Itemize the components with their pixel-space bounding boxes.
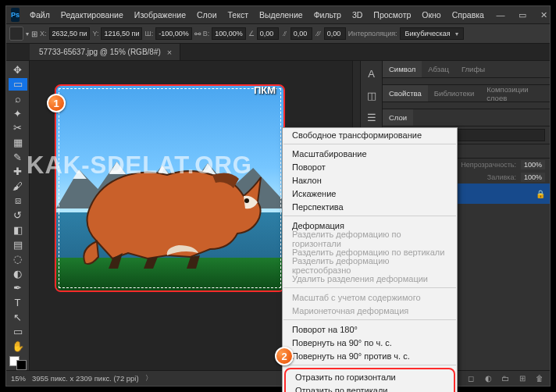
- ctx-rotate[interactable]: Поворот: [283, 160, 457, 173]
- tab-glyphs[interactable]: Глифы: [455, 61, 491, 77]
- ctx-flip-vertical[interactable]: Отразить по вертикали: [286, 383, 454, 392]
- opacity-value[interactable]: 100%: [521, 160, 545, 169]
- context-menu: Свободное трансформирование Масштабирова…: [282, 127, 458, 392]
- tab-properties[interactable]: Свойства: [383, 85, 428, 102]
- stamp-tool[interactable]: ⧇: [9, 194, 27, 208]
- zoom-level[interactable]: 15%: [11, 374, 26, 383]
- h-label: В:: [203, 30, 210, 37]
- ctx-flip-highlight: Отразить по горизонтали Отразить по верт…: [284, 368, 455, 392]
- dodge-tool[interactable]: ◐: [9, 267, 27, 280]
- ctx-flip-horizontal[interactable]: Отразить по горизонтали: [286, 370, 454, 383]
- angle-field[interactable]: 0,00: [257, 27, 279, 40]
- link-icon[interactable]: ⚯: [194, 30, 201, 38]
- chevron-down-icon: ▾: [26, 30, 29, 37]
- status-newlayer-icon[interactable]: ⊞: [517, 374, 528, 383]
- x-field[interactable]: 2632,50 пи: [49, 27, 91, 40]
- status-trash-icon[interactable]: 🗑: [534, 374, 545, 383]
- menu-window[interactable]: Окно: [416, 10, 446, 20]
- ctx-perspective[interactable]: Перспектива: [283, 200, 457, 213]
- tab-layercomps[interactable]: Композиции слоев: [480, 85, 550, 102]
- crop-tool[interactable]: ✂: [9, 122, 27, 135]
- type-tool[interactable]: T: [9, 296, 27, 309]
- tab-layers[interactable]: Слои: [383, 109, 413, 126]
- menu-view[interactable]: Просмотр: [368, 10, 416, 20]
- skew-v-field[interactable]: 0,00: [324, 27, 346, 40]
- menu-edit[interactable]: Редактирование: [55, 10, 129, 20]
- tools-panel: ✥ ▭ ⌕ ✦ ✂ ▦ ✎ ✚ 🖌 ⧇ ↺ ◧ ▤ ◌ ◐ ✒ T ↖ ▭ ✋: [6, 61, 30, 370]
- panel-tabs-3: Слои: [383, 109, 550, 127]
- angle-label: ∠: [248, 30, 255, 37]
- document-tab[interactable]: 57733-65637.jpg @ 15% (RGB/8#) ×: [30, 44, 180, 60]
- hand-tool[interactable]: ✋: [9, 340, 27, 353]
- fill-value[interactable]: 100%: [521, 173, 545, 182]
- menu-filter[interactable]: Фильтр: [308, 10, 347, 20]
- menu-image[interactable]: Изображение: [129, 10, 191, 20]
- interp-dropdown[interactable]: Бикубическая▾: [400, 27, 464, 40]
- eyedropper-tool[interactable]: ✎: [9, 151, 27, 164]
- tool-preset-icon[interactable]: [9, 27, 23, 41]
- status-adjust-icon[interactable]: ◐: [483, 374, 494, 383]
- maximize-button[interactable]: ▭: [511, 6, 533, 23]
- menu-help[interactable]: Справка: [447, 10, 490, 20]
- app-logo: Ps: [11, 8, 20, 22]
- tab-libraries[interactable]: Библиотеки: [428, 85, 480, 102]
- ctx-skew[interactable]: Наклон: [283, 173, 457, 187]
- heal-tool[interactable]: ✚: [9, 165, 27, 178]
- character-icon[interactable]: A: [364, 66, 380, 81]
- y-field[interactable]: 1216,50 пи: [101, 27, 142, 40]
- lasso-tool[interactable]: ⌕: [9, 92, 27, 105]
- wand-tool[interactable]: ✦: [9, 107, 27, 120]
- ctx-rotate-180[interactable]: Поворот на 180°: [283, 323, 457, 336]
- ctx-content-aware: Масштаб с учетом содержимого: [283, 290, 457, 304]
- ctx-split-cross: Разделить деформацию крестообразно: [283, 258, 457, 272]
- menu-layers[interactable]: Слои: [191, 10, 223, 20]
- eraser-tool[interactable]: ◧: [9, 223, 27, 237]
- swatches-icon[interactable]: ◫: [364, 87, 380, 103]
- reference-point-icon[interactable]: ⊞: [31, 30, 37, 38]
- h-field[interactable]: 100,00%: [212, 27, 246, 40]
- blur-tool[interactable]: ◌: [9, 252, 27, 265]
- skew-h-field[interactable]: 0,00: [290, 27, 312, 40]
- y-label: Y:: [92, 30, 98, 37]
- ctx-split-h: Разделить деформацию по горизонтали: [283, 232, 457, 245]
- ctx-rotate-90-cw[interactable]: Повернуть на 90° по ч. с.: [283, 336, 457, 349]
- annotation-marker-2: 2: [275, 347, 294, 365]
- doc-info[interactable]: 3955 пикс. x 2309 пикс. (72 ppi): [32, 374, 139, 383]
- path-tool[interactable]: ↖: [9, 311, 27, 324]
- brush-tool[interactable]: 🖌: [9, 180, 27, 193]
- menu-text[interactable]: Текст: [223, 10, 254, 20]
- pen-tool[interactable]: ✒: [9, 282, 27, 295]
- menu-3d[interactable]: 3D: [347, 10, 368, 20]
- skew-h-icon: ⫽: [281, 30, 288, 37]
- menu-bar: Ps Файл Редактирование Изображение Слои …: [6, 6, 550, 23]
- gradient-tool[interactable]: ▤: [9, 238, 27, 251]
- frame-tool[interactable]: ▦: [9, 136, 27, 149]
- properties-icon[interactable]: ☰: [364, 109, 380, 125]
- svg-point-5: [244, 198, 249, 203]
- lock-icon: 🔒: [536, 190, 545, 198]
- ctx-free-transform[interactable]: Свободное трансформирование: [283, 128, 457, 141]
- marquee-tool[interactable]: ▭: [9, 78, 27, 91]
- color-swatches[interactable]: [9, 356, 27, 370]
- status-folder-icon[interactable]: 🗀: [500, 374, 511, 383]
- tab-character[interactable]: Символ: [383, 61, 422, 77]
- menu-file[interactable]: Файл: [24, 10, 55, 20]
- minimize-button[interactable]: ―: [490, 6, 511, 23]
- skew-v-icon: ⫻: [315, 30, 322, 37]
- move-tool[interactable]: ✥: [9, 63, 27, 77]
- shape-tool[interactable]: ▭: [9, 326, 27, 339]
- ctx-distort[interactable]: Искажение: [283, 187, 457, 200]
- w-field[interactable]: -100,00%: [155, 27, 192, 40]
- workspace: ✥ ▭ ⌕ ✦ ✂ ▦ ✎ ✚ 🖌 ⧇ ↺ ◧ ▤ ◌ ◐ ✒ T ↖ ▭ ✋: [6, 61, 550, 370]
- ctx-scale[interactable]: Масштабирование: [283, 147, 457, 160]
- close-tab-icon[interactable]: ×: [167, 48, 172, 57]
- document-canvas[interactable]: [55, 84, 285, 292]
- tab-paragraph[interactable]: Абзац: [422, 61, 455, 77]
- ctx-rotate-90-ccw[interactable]: Повернуть на 90° против ч. с.: [283, 349, 457, 362]
- tab-title: 57733-65637.jpg @ 15% (RGB/8#): [39, 48, 161, 56]
- menu-select[interactable]: Выделение: [254, 10, 308, 20]
- status-mask-icon[interactable]: ◻: [465, 374, 476, 383]
- close-button[interactable]: ✕: [533, 6, 555, 23]
- history-brush-tool[interactable]: ↺: [9, 208, 27, 222]
- annotation-pkm: ПКМ: [254, 84, 276, 96]
